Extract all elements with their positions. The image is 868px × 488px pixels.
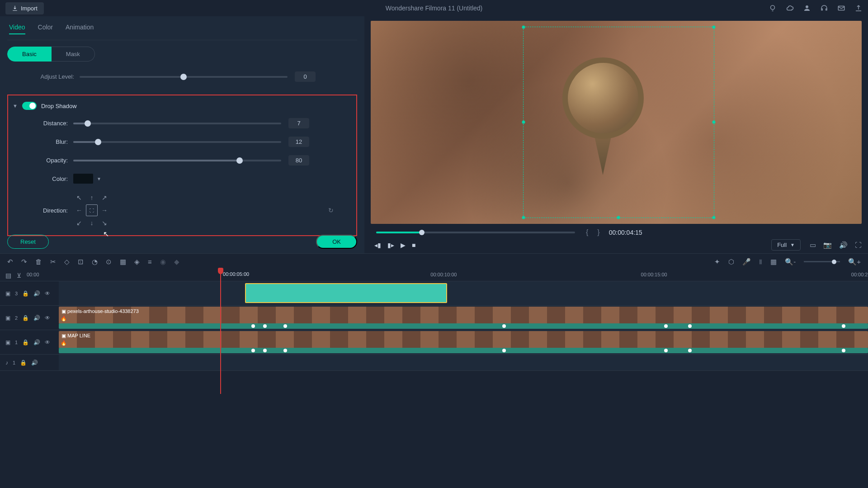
- zoom-slider[interactable]: [804, 261, 840, 262]
- clip-audio-band[interactable]: [59, 348, 868, 353]
- redo-icon[interactable]: ↷: [21, 258, 27, 266]
- blur-value[interactable]: 12: [288, 137, 309, 147]
- adjust-icon[interactable]: ≡: [148, 258, 152, 265]
- drop-shadow-header[interactable]: ▼ Drop Shadow: [13, 102, 352, 110]
- direction-e[interactable]: →: [99, 204, 110, 216]
- track-body[interactable]: [59, 355, 868, 370]
- render-icon[interactable]: ✦: [714, 258, 720, 266]
- color-dropdown-icon[interactable]: ▼: [97, 176, 101, 181]
- direction-ne[interactable]: ↗: [99, 192, 110, 204]
- lightbulb-icon[interactable]: [769, 4, 777, 12]
- tag-icon[interactable]: ◇: [64, 258, 70, 266]
- color-icon[interactable]: ◈: [134, 258, 140, 266]
- handle-s[interactable]: [617, 216, 620, 219]
- freeze-icon[interactable]: ▦: [120, 258, 126, 266]
- mail-icon[interactable]: [837, 4, 845, 12]
- speed-icon[interactable]: ◔: [92, 258, 98, 266]
- visibility-icon[interactable]: 👁: [45, 290, 50, 297]
- headphones-icon[interactable]: [820, 4, 828, 12]
- distance-value[interactable]: 7: [288, 118, 309, 128]
- direction-s[interactable]: ↓: [86, 217, 98, 229]
- display-icon[interactable]: ▭: [810, 241, 816, 249]
- zoom-out-icon[interactable]: 🔍-: [785, 258, 796, 266]
- magnet-icon[interactable]: ⊻: [17, 272, 21, 279]
- fullscreen-icon[interactable]: ⛶: [855, 241, 862, 249]
- drop-shadow-toggle[interactable]: [22, 102, 37, 110]
- quality-select[interactable]: Full ▼: [771, 239, 801, 251]
- stop-button[interactable]: ■: [412, 242, 415, 249]
- lock-icon[interactable]: 🔒: [22, 339, 29, 346]
- ok-button[interactable]: OK: [316, 235, 357, 249]
- tracks-icon[interactable]: ▤: [5, 272, 11, 279]
- duration-icon[interactable]: ⊙: [106, 258, 112, 266]
- play-button[interactable]: ▶: [401, 242, 406, 249]
- tab-color[interactable]: Color: [38, 24, 53, 34]
- voiceover-icon[interactable]: 🎤: [742, 258, 751, 266]
- direction-sw[interactable]: ↙: [73, 217, 85, 229]
- visibility-icon[interactable]: 👁: [45, 315, 50, 321]
- blur-slider[interactable]: [73, 141, 281, 143]
- adjust-level-slider[interactable]: [80, 76, 288, 78]
- clip-audio-band[interactable]: [59, 323, 868, 329]
- track-body[interactable]: [59, 281, 868, 305]
- mute-icon[interactable]: 🔊: [33, 339, 40, 346]
- track-body[interactable]: ▣ MAP LINE 🔥: [59, 330, 868, 354]
- visibility-icon[interactable]: 👁: [45, 339, 50, 346]
- undo-icon[interactable]: ↶: [7, 258, 13, 266]
- mute-icon[interactable]: 🔊: [31, 360, 38, 366]
- handle-e[interactable]: [712, 121, 716, 124]
- cloud-icon[interactable]: [786, 4, 794, 12]
- handle-ne[interactable]: [712, 26, 716, 29]
- direction-nw[interactable]: ↖: [73, 192, 85, 204]
- mute-icon[interactable]: 🔊: [33, 290, 40, 297]
- playhead[interactable]: 00:00:05:00: [220, 270, 221, 394]
- snapshot-icon[interactable]: 📷: [823, 241, 832, 249]
- split-icon[interactable]: ✂: [50, 258, 56, 266]
- direction-n[interactable]: ↑: [86, 192, 98, 204]
- preview-scrubber[interactable]: [376, 232, 575, 233]
- preview-viewport[interactable]: [371, 21, 862, 224]
- track-body[interactable]: ▣ pexels-arthouse-studio-4338273 🔥: [59, 306, 868, 330]
- direction-se[interactable]: ↘: [99, 217, 110, 229]
- opacity-slider[interactable]: [73, 160, 281, 161]
- tab-video[interactable]: Video: [9, 24, 25, 34]
- import-button[interactable]: Import: [5, 2, 44, 14]
- clip-mapline[interactable]: ▣ MAP LINE 🔥: [59, 331, 868, 348]
- distance-slider[interactable]: [73, 123, 281, 124]
- marker-icon[interactable]: ⬡: [728, 258, 734, 266]
- zoom-in-icon[interactable]: 🔍+: [848, 258, 861, 266]
- mixer-icon[interactable]: ⫴: [759, 258, 762, 266]
- grid-icon[interactable]: ▦: [770, 258, 777, 266]
- direction-w[interactable]: ←: [73, 204, 85, 216]
- lock-icon[interactable]: 🔒: [22, 315, 29, 321]
- mark-in-icon[interactable]: {: [582, 228, 592, 237]
- clip-arthouse[interactable]: ▣ pexels-arthouse-studio-4338273 🔥: [59, 307, 868, 324]
- adjust-level-value[interactable]: 0: [295, 71, 316, 82]
- handle-w[interactable]: [522, 121, 525, 124]
- direction-row: Direction: ↖ ↑ ↗ ← ⛶ → ↙ ↓ ↘ ↻: [13, 192, 352, 229]
- mark-out-icon[interactable]: }: [594, 228, 603, 237]
- delete-icon[interactable]: 🗑: [35, 258, 42, 265]
- opacity-value[interactable]: 80: [288, 155, 309, 166]
- ruler[interactable]: 00:00 00:00:05:00 00:00:10:00 00:00:15:0…: [27, 270, 868, 281]
- prev-frame-button[interactable]: ◂▮: [374, 242, 381, 249]
- handle-sw[interactable]: [522, 216, 525, 219]
- handle-se[interactable]: [712, 216, 716, 219]
- lock-icon[interactable]: 🔒: [22, 290, 29, 297]
- color-swatch[interactable]: [73, 174, 93, 184]
- clip-selected[interactable]: [245, 283, 448, 303]
- tab-animation[interactable]: Animation: [66, 24, 94, 34]
- subtab-basic[interactable]: Basic: [7, 47, 52, 62]
- subtab-mask[interactable]: Mask: [52, 47, 95, 62]
- handle-nw[interactable]: [522, 26, 525, 29]
- export-icon[interactable]: [854, 4, 863, 12]
- reset-direction-icon[interactable]: ↻: [328, 207, 334, 214]
- next-frame-button[interactable]: ▮▸: [387, 242, 394, 249]
- reset-button[interactable]: Reset: [7, 235, 49, 249]
- mute-icon[interactable]: 🔊: [33, 315, 40, 321]
- crop-icon[interactable]: ⊡: [78, 258, 84, 266]
- volume-icon[interactable]: 🔊: [839, 241, 848, 249]
- direction-center[interactable]: ⛶: [86, 204, 98, 216]
- avatar-icon[interactable]: [803, 4, 811, 12]
- lock-icon[interactable]: 🔒: [20, 360, 27, 366]
